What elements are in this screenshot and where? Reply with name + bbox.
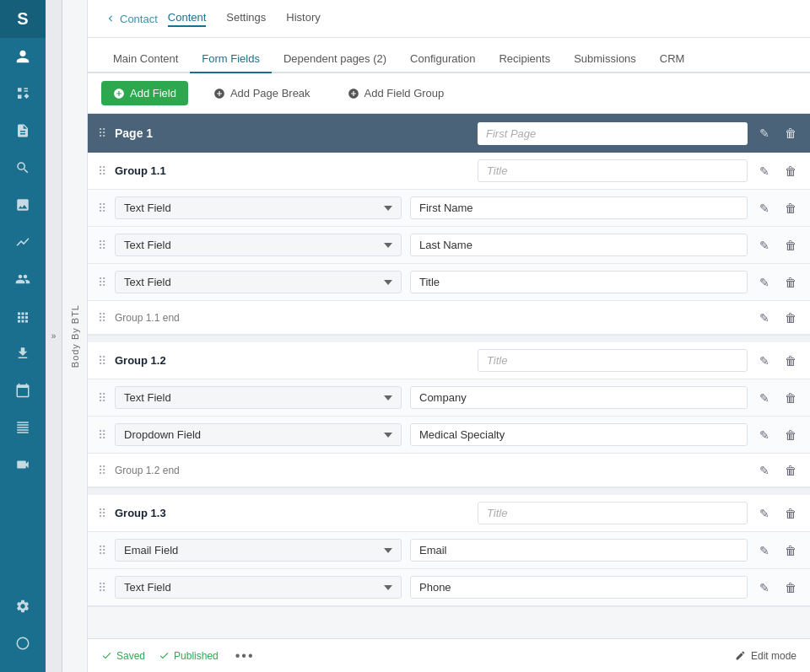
field-delete-button[interactable]: 🗑 xyxy=(781,235,800,255)
nav-video-icon[interactable] xyxy=(0,446,46,483)
nav-grid-icon[interactable] xyxy=(0,298,46,335)
group-1-1-delete-button[interactable]: 🗑 xyxy=(781,161,800,181)
nav-settings-icon[interactable] xyxy=(0,588,46,625)
sidebar-label-text: Body By BTL xyxy=(70,304,80,368)
add-page-break-button[interactable]: Add Page Break xyxy=(202,81,322,105)
field-name-input[interactable] xyxy=(410,539,748,562)
group-1-1-edit-button[interactable]: ✎ xyxy=(756,161,773,181)
field-drag-handle[interactable]: ⠿ xyxy=(98,276,106,289)
group-1-2-drag-handle[interactable]: ⠿ xyxy=(98,354,106,368)
field-name-input[interactable] xyxy=(410,576,748,599)
field-type-select[interactable]: Text Field xyxy=(115,576,402,599)
saved-badge: Saved xyxy=(101,650,145,662)
nav-search-icon[interactable] xyxy=(0,149,46,186)
field-type-select[interactable]: Text Field xyxy=(115,386,402,409)
page-1-header: ⠿ Page 1 ✎ 🗑 xyxy=(88,114,810,153)
nav-circle-icon[interactable] xyxy=(0,625,46,662)
field-row: ⠿ Text Field ✎ 🗑 xyxy=(88,190,810,227)
field-delete-button[interactable]: 🗑 xyxy=(781,198,800,218)
tab-settings[interactable]: Settings xyxy=(226,11,266,27)
group-1-2-title-input[interactable] xyxy=(478,349,748,372)
group-1-3-edit-button[interactable]: ✎ xyxy=(756,503,773,524)
field-edit-button[interactable]: ✎ xyxy=(756,272,773,293)
field-type-select[interactable]: Text Field xyxy=(115,271,402,293)
group-end-drag-handle[interactable]: ⠿ xyxy=(98,464,106,477)
field-name-input[interactable] xyxy=(410,271,748,293)
tab-content[interactable]: Content xyxy=(168,11,207,27)
group-end-delete-button[interactable]: 🗑 xyxy=(781,308,800,328)
field-row: ⠿ Text Field ✎ 🗑 xyxy=(88,569,810,606)
form-tab-submissions[interactable]: Submissions xyxy=(562,46,648,73)
nav-table-icon[interactable] xyxy=(0,409,46,446)
group-end-edit-button[interactable]: ✎ xyxy=(756,308,773,328)
page-1-title-input[interactable] xyxy=(478,122,748,145)
field-edit-button[interactable]: ✎ xyxy=(756,235,773,255)
group-1-2-edit-button[interactable]: ✎ xyxy=(756,351,773,371)
nav-person-icon[interactable] xyxy=(0,38,46,75)
group-1-1-block: ⠿ Group 1.1 ✎ 🗑 ⠿ Text Field ✎ 🗑 ⠿ Text … xyxy=(88,153,810,336)
status-more-button[interactable]: ••• xyxy=(235,648,255,664)
field-drag-handle[interactable]: ⠿ xyxy=(98,581,106,594)
group-1-3-drag-handle[interactable]: ⠿ xyxy=(98,507,106,520)
field-edit-button[interactable]: ✎ xyxy=(756,198,773,218)
form-tab-form-fields[interactable]: Form Fields xyxy=(190,46,272,73)
group-1-1-drag-handle[interactable]: ⠿ xyxy=(98,164,106,178)
field-drag-handle[interactable]: ⠿ xyxy=(98,544,106,557)
group-1-3-delete-button[interactable]: 🗑 xyxy=(781,503,800,524)
field-edit-button[interactable]: ✎ xyxy=(756,540,773,561)
field-type-select[interactable]: Email Field xyxy=(115,539,402,562)
form-tab-configuration[interactable]: Configuration xyxy=(398,46,487,73)
tab-history[interactable]: History xyxy=(286,11,320,27)
app-logo[interactable]: S xyxy=(0,0,46,38)
page-edit-button[interactable]: ✎ xyxy=(756,123,773,143)
group-end-edit-button[interactable]: ✎ xyxy=(756,460,773,481)
group-1-2-end-label: Group 1.2 end xyxy=(115,465,748,476)
field-drag-handle[interactable]: ⠿ xyxy=(98,428,106,442)
group-end-drag-handle[interactable]: ⠿ xyxy=(98,311,106,325)
field-edit-button[interactable]: ✎ xyxy=(756,425,773,445)
form-tab-crm[interactable]: CRM xyxy=(648,46,697,73)
field-name-input[interactable] xyxy=(410,423,748,446)
group-1-1-title-input[interactable] xyxy=(478,159,748,182)
field-delete-button[interactable]: 🗑 xyxy=(781,425,800,445)
nav-doc-icon[interactable] xyxy=(0,112,46,149)
form-tab-recipients[interactable]: Recipients xyxy=(487,46,562,73)
nav-people-icon[interactable] xyxy=(0,261,46,298)
page-drag-handle[interactable]: ⠿ xyxy=(98,126,106,140)
field-delete-button[interactable]: 🗑 xyxy=(781,540,800,561)
icon-bar: S xyxy=(0,0,46,672)
add-field-button[interactable]: Add Field xyxy=(101,81,188,105)
back-button[interactable]: Contact xyxy=(105,13,158,25)
nav-org-icon[interactable] xyxy=(0,75,46,112)
add-field-group-button[interactable]: Add Field Group xyxy=(336,81,456,105)
separator xyxy=(88,336,810,342)
field-name-input[interactable] xyxy=(410,386,748,409)
field-drag-handle[interactable]: ⠿ xyxy=(98,239,106,252)
field-type-select[interactable]: Dropdown Field xyxy=(115,423,402,446)
form-tab-dependent-pages[interactable]: Dependent pages (2) xyxy=(272,46,398,73)
field-type-select[interactable]: Text Field xyxy=(115,196,402,219)
group-1-3-title-input[interactable] xyxy=(478,502,748,524)
nav-download-icon[interactable] xyxy=(0,335,46,372)
field-type-select[interactable]: Text Field xyxy=(115,234,402,256)
left-expand-toggle[interactable]: » xyxy=(46,0,62,672)
field-edit-button[interactable]: ✎ xyxy=(756,388,773,408)
field-drag-handle[interactable]: ⠿ xyxy=(98,202,106,215)
field-edit-button[interactable]: ✎ xyxy=(756,578,773,598)
nav-chart-icon[interactable] xyxy=(0,223,46,261)
field-drag-handle[interactable]: ⠿ xyxy=(98,391,106,405)
nav-calendar-icon[interactable] xyxy=(0,372,46,409)
field-delete-button[interactable]: 🗑 xyxy=(781,272,800,293)
edit-mode-button[interactable]: Edit mode xyxy=(735,650,796,662)
field-delete-button[interactable]: 🗑 xyxy=(781,388,800,408)
main-content: Contact Content Settings History Main Co… xyxy=(88,0,810,672)
form-tab-main-content[interactable]: Main Content xyxy=(101,46,190,73)
group-1-2-delete-button[interactable]: 🗑 xyxy=(781,351,800,371)
field-name-input[interactable] xyxy=(410,196,748,219)
page-delete-button[interactable]: 🗑 xyxy=(781,123,800,143)
group-end-delete-button[interactable]: 🗑 xyxy=(781,460,800,481)
field-delete-button[interactable]: 🗑 xyxy=(781,578,800,598)
nav-image-icon[interactable] xyxy=(0,186,46,223)
group-1-2-header: ⠿ Group 1.2 ✎ 🗑 xyxy=(88,342,810,379)
field-name-input[interactable] xyxy=(410,234,748,256)
